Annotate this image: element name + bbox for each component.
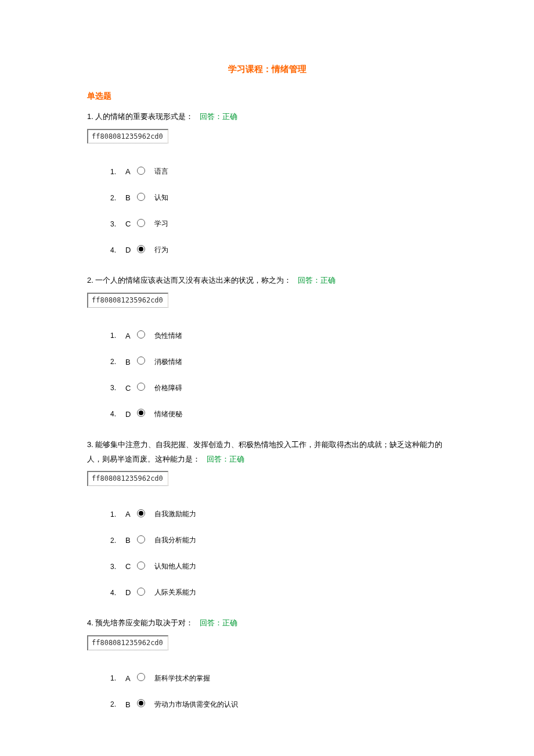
code-box: ff808081235962cd0 (87, 129, 168, 144)
option-row[interactable]: 1. A 自我激励能力 (110, 501, 447, 527)
question-text: 3. 能够集中注意力、自我把握、发挥创造力、积极热情地投入工作，并能取得杰出的成… (87, 438, 447, 466)
option-letter: B (125, 193, 137, 202)
page-root: 学习课程：情绪管理 单选题 1. 人的情绪的重要表现形式是： 回答：正确 ff8… (0, 0, 534, 751)
option-letter: B (125, 536, 137, 545)
option-row[interactable]: 3. C 认知他人能力 (110, 553, 447, 579)
question-block: 4. 预先培养应变能力取决于对： 回答：正确 ff808081235962cd0… (87, 616, 447, 717)
page-title: 学习课程：情绪管理 (87, 64, 447, 75)
option-row[interactable]: 1. A 语言 (110, 159, 447, 185)
radio-icon[interactable] (137, 409, 149, 417)
radio-icon[interactable] (137, 699, 149, 707)
question-block: 2. 一个人的情绪应该表达而又没有表达出来的状况，称之为： 回答：正确 ff80… (87, 273, 447, 427)
option-row[interactable]: 2. B 自我分析能力 (110, 527, 447, 553)
radio-icon[interactable] (137, 219, 149, 227)
radio-icon[interactable] (137, 561, 149, 570)
option-row[interactable]: 1. A 负性情绪 (110, 323, 447, 349)
radio-icon[interactable] (137, 193, 149, 201)
question-text: 4. 预先培养应变能力取决于对： 回答：正确 (87, 616, 447, 631)
option-letter: D (125, 410, 137, 419)
option-label: 语言 (154, 167, 168, 177)
option-letter: C (125, 219, 137, 228)
option-letter: D (125, 246, 137, 254)
option-letter: A (125, 674, 137, 683)
option-letter: B (125, 700, 137, 709)
option-label: 学习 (154, 219, 168, 229)
option-row[interactable]: 4. D 情绪便秘 (110, 401, 447, 427)
radio-icon[interactable] (137, 357, 149, 365)
radio-icon[interactable] (137, 588, 149, 596)
question-body: 能够集中注意力、自我把握、发挥创造力、积极热情地投入工作，并能取得杰出的成就；缺… (87, 440, 442, 463)
question-number: 2. (87, 276, 93, 285)
question-number: 4. (87, 618, 93, 627)
option-index: 1. (110, 510, 125, 519)
option-row[interactable]: 4. D 人际关系能力 (110, 579, 447, 606)
option-row[interactable]: 2. B 消极情绪 (110, 349, 447, 375)
question-body: 一个人的情绪应该表达而又没有表达出来的状况，称之为： (95, 276, 291, 285)
code-box: ff808081235962cd0 (87, 635, 168, 650)
option-label: 价格障碍 (154, 383, 182, 393)
option-index: 2. (110, 358, 125, 366)
answer-status: 回答：正确 (200, 112, 237, 121)
option-row[interactable]: 3. C 价格障碍 (110, 375, 447, 401)
question-text: 2. 一个人的情绪应该表达而又没有表达出来的状况，称之为： 回答：正确 (87, 273, 447, 288)
option-index: 2. (110, 537, 125, 545)
answer-status: 回答：正确 (200, 618, 237, 627)
options-list: 1. A 自我激励能力 2. B 自我分析能力 3. C 认知他人能力 4. D (110, 501, 447, 606)
option-index: 1. (110, 674, 125, 682)
radio-icon[interactable] (137, 673, 149, 681)
radio-icon[interactable] (137, 535, 149, 543)
option-label: 认知 (154, 193, 168, 203)
question-block: 1. 人的情绪的重要表现形式是： 回答：正确 ff808081235962cd0… (87, 110, 447, 263)
option-row[interactable]: 2. B 认知 (110, 185, 447, 211)
option-letter: A (125, 510, 137, 519)
option-letter: B (125, 358, 137, 366)
option-row[interactable]: 3. C 学习 (110, 211, 447, 237)
question-text: 1. 人的情绪的重要表现形式是： 回答：正确 (87, 110, 447, 124)
options-list: 1. A 语言 2. B 认知 3. C 学习 4. D 行为 (110, 159, 447, 263)
option-index: 3. (110, 220, 125, 228)
option-label: 人际关系能力 (154, 588, 196, 597)
option-label: 劳动力市场供需变化的认识 (154, 700, 238, 710)
answer-status: 回答：正确 (207, 455, 244, 463)
option-index: 2. (110, 700, 125, 708)
option-label: 新科学技术的掌握 (154, 674, 210, 683)
question-block: 3. 能够集中注意力、自我把握、发挥创造力、积极热情地投入工作，并能取得杰出的成… (87, 438, 447, 606)
option-letter: C (125, 562, 137, 571)
option-index: 2. (110, 194, 125, 202)
options-list: 1. A 新科学技术的掌握 2. B 劳动力市场供需变化的认识 (110, 665, 447, 718)
question-body: 预先培养应变能力取决于对： (95, 618, 193, 627)
option-row[interactable]: 1. A 新科学技术的掌握 (110, 665, 447, 692)
radio-icon[interactable] (137, 167, 149, 175)
option-index: 1. (110, 332, 125, 340)
option-letter: D (125, 588, 137, 597)
radio-icon[interactable] (137, 330, 149, 339)
radio-icon[interactable] (137, 245, 149, 253)
answer-status: 回答：正确 (298, 276, 335, 285)
option-index: 3. (110, 563, 125, 571)
question-number: 3. (87, 440, 93, 449)
option-index: 1. (110, 168, 125, 176)
radio-icon[interactable] (137, 509, 149, 517)
option-index: 4. (110, 589, 125, 597)
option-label: 自我激励能力 (154, 509, 196, 519)
option-label: 自我分析能力 (154, 535, 196, 545)
option-label: 消极情绪 (154, 357, 182, 367)
option-index: 4. (110, 410, 125, 418)
option-row[interactable]: 2. B 劳动力市场供需变化的认识 (110, 692, 447, 718)
code-box: ff808081235962cd0 (87, 471, 168, 486)
option-letter: A (125, 167, 137, 176)
options-list: 1. A 负性情绪 2. B 消极情绪 3. C 价格障碍 4. D (110, 323, 447, 427)
option-index: 4. (110, 246, 125, 254)
option-label: 行为 (154, 245, 168, 255)
section-heading: 单选题 (87, 91, 447, 102)
radio-icon[interactable] (137, 383, 149, 391)
option-label: 负性情绪 (154, 331, 182, 341)
option-letter: A (125, 332, 137, 340)
option-index: 3. (110, 384, 125, 392)
code-box: ff808081235962cd0 (87, 293, 168, 308)
option-label: 认知他人能力 (154, 561, 196, 571)
question-body: 人的情绪的重要表现形式是： (95, 112, 193, 121)
option-letter: C (125, 384, 137, 393)
option-label: 情绪便秘 (154, 409, 182, 419)
option-row[interactable]: 4. D 行为 (110, 237, 447, 263)
